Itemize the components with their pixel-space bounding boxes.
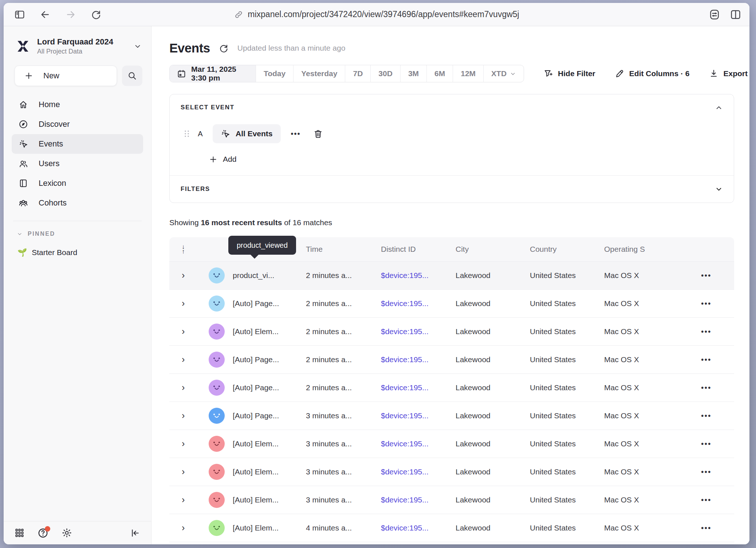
sidebar-item-events[interactable]: Events <box>12 134 143 154</box>
add-event-button[interactable]: Add <box>209 155 723 164</box>
sidebar-item-starter-board[interactable]: 🌱 Starter Board <box>4 237 151 257</box>
expand-row-icon[interactable]: › <box>182 270 185 280</box>
row-menu-button[interactable]: ••• <box>701 440 712 448</box>
distinct-id-link[interactable]: $device:195... <box>381 383 456 392</box>
table-row[interactable]: › [Auto] Elem... 4 minutes a... $device:… <box>169 514 734 542</box>
expand-row-icon[interactable]: › <box>182 326 185 336</box>
table-row[interactable]: › [Auto] Elem... 3 minutes a... $device:… <box>169 430 734 458</box>
sidebar-toggle-icon[interactable] <box>12 7 27 22</box>
refresh-icon[interactable] <box>219 43 229 53</box>
drag-handle-icon[interactable] <box>184 130 190 138</box>
row-menu-button[interactable]: ••• <box>701 356 712 364</box>
date-picker[interactable]: Mar 11, 2025 3:30 pm <box>170 65 256 82</box>
event-name[interactable]: [Auto] Elem... <box>233 439 306 448</box>
filters-section[interactable]: FILTERS <box>170 176 734 203</box>
edit-columns-button[interactable]: Edit Columns · 6 <box>615 69 690 78</box>
expand-row-icon[interactable]: › <box>182 382 185 392</box>
event-name[interactable]: [Auto] Elem... <box>233 467 306 476</box>
split-view-icon[interactable] <box>730 9 741 20</box>
distinct-id-link[interactable]: $device:195... <box>381 327 456 336</box>
column-time[interactable]: Time <box>306 245 381 254</box>
range-7d[interactable]: 7D <box>345 65 370 82</box>
chevron-up-icon[interactable] <box>715 104 723 112</box>
table-row[interactable]: › [Auto] Elem... 2 minutes a... $device:… <box>169 317 734 345</box>
range-yesterday[interactable]: Yesterday <box>293 65 345 82</box>
column-operating-system[interactable]: Operating S <box>604 245 678 254</box>
collapse-all-button[interactable]: ↓↑ <box>169 244 201 254</box>
clause-menu-button[interactable]: ••• <box>291 130 301 138</box>
new-button[interactable]: New <box>15 66 117 86</box>
event-name[interactable]: [Auto] Page... <box>233 299 306 308</box>
distinct-id-link[interactable]: $device:195... <box>381 467 456 476</box>
settings-gear-icon[interactable] <box>62 528 72 538</box>
trash-icon[interactable] <box>313 129 323 139</box>
forward-icon[interactable] <box>63 7 78 22</box>
country-value: United States <box>530 467 604 476</box>
table-row[interactable]: › product_vi... 2 minutes a... $device:1… <box>169 261 734 289</box>
table-row[interactable]: › [Auto] Page... 2 minutes a... $device:… <box>169 289 734 317</box>
distinct-id-link[interactable]: $device:195... <box>381 355 456 364</box>
row-menu-button[interactable]: ••• <box>701 412 712 420</box>
table-row[interactable]: › [Auto] Page... 2 minutes a... $device:… <box>169 373 734 402</box>
expand-row-icon[interactable]: › <box>182 466 185 477</box>
row-menu-button[interactable]: ••• <box>701 496 712 504</box>
expand-row-icon[interactable]: › <box>182 438 185 449</box>
range-today[interactable]: Today <box>256 65 293 82</box>
range-6m[interactable]: 6M <box>426 65 453 82</box>
row-menu-button[interactable]: ••• <box>701 300 712 308</box>
page-settings-icon[interactable] <box>709 9 720 20</box>
table-row[interactable]: › [Auto] Elem... 3 minutes a... $device:… <box>169 458 734 486</box>
sidebar-item-discover[interactable]: Discover <box>12 114 143 134</box>
search-button[interactable] <box>122 66 142 86</box>
row-menu-button[interactable]: ••• <box>701 468 712 476</box>
distinct-id-link[interactable]: $device:195... <box>381 496 456 504</box>
event-name[interactable]: [Auto] Elem... <box>233 524 306 532</box>
expand-row-icon[interactable]: › <box>182 298 185 308</box>
distinct-id-link[interactable]: $device:195... <box>381 524 456 532</box>
event-name[interactable]: [Auto] Page... <box>233 411 306 420</box>
column-country[interactable]: Country <box>530 245 604 254</box>
collapse-sidebar-icon[interactable] <box>130 528 140 538</box>
column-city[interactable]: City <box>456 245 530 254</box>
expand-row-icon[interactable]: › <box>182 354 185 364</box>
event-name[interactable]: [Auto] Elem... <box>233 496 306 504</box>
event-name[interactable]: [Auto] Elem... <box>233 327 306 336</box>
table-row[interactable]: › [Auto] Page... 3 minutes a... $device:… <box>169 402 734 430</box>
sidebar-item-cohorts[interactable]: Cohorts <box>12 193 143 213</box>
expand-row-icon[interactable]: › <box>182 410 185 420</box>
range-30d[interactable]: 30D <box>370 65 400 82</box>
distinct-id-link[interactable]: $device:195... <box>381 299 456 308</box>
reload-icon[interactable] <box>89 7 103 22</box>
hide-filter-button[interactable]: Hide Filter <box>544 69 595 78</box>
back-icon[interactable] <box>38 7 52 22</box>
sidebar-item-lexicon[interactable]: Lexicon <box>12 173 143 193</box>
range-3m[interactable]: 3M <box>400 65 426 82</box>
row-menu-button[interactable]: ••• <box>701 524 712 532</box>
table-row[interactable]: › [Auto] Page... 2 minutes a... $device:… <box>169 345 734 373</box>
expand-row-icon[interactable]: › <box>182 522 185 533</box>
row-menu-button[interactable]: ••• <box>701 271 712 280</box>
help-button[interactable] <box>38 528 48 539</box>
expand-row-icon[interactable]: › <box>182 494 185 505</box>
sidebar-item-users[interactable]: Users <box>12 154 143 173</box>
table-row-partial[interactable] <box>169 542 734 544</box>
address-bar[interactable]: mixpanel.com/project/3472420/view/397469… <box>234 9 519 19</box>
distinct-id-link[interactable]: $device:195... <box>381 411 456 420</box>
apps-grid-icon[interactable] <box>15 528 24 538</box>
export-button[interactable]: Export <box>709 69 748 78</box>
pinned-section-header[interactable]: PINNED <box>4 221 151 237</box>
range-xtd-dropdown[interactable]: XTD <box>483 65 524 82</box>
table-row[interactable]: › [Auto] Elem... 3 minutes a... $device:… <box>169 486 734 514</box>
column-distinct-id[interactable]: Distinct ID <box>381 245 456 254</box>
sidebar-item-home[interactable]: Home <box>12 95 143 114</box>
row-menu-button[interactable]: ••• <box>701 328 712 336</box>
event-name[interactable]: [Auto] Page... <box>233 383 306 392</box>
project-switcher[interactable]: Lord Farquaad 2024 All Project Data <box>4 37 151 55</box>
distinct-id-link[interactable]: $device:195... <box>381 439 456 448</box>
event-name[interactable]: product_vi... <box>233 271 306 280</box>
event-name[interactable]: [Auto] Page... <box>233 355 306 364</box>
distinct-id-link[interactable]: $device:195... <box>381 271 456 280</box>
event-selector-pill[interactable]: All Events <box>213 124 281 143</box>
row-menu-button[interactable]: ••• <box>701 384 712 392</box>
range-12m[interactable]: 12M <box>453 65 483 82</box>
